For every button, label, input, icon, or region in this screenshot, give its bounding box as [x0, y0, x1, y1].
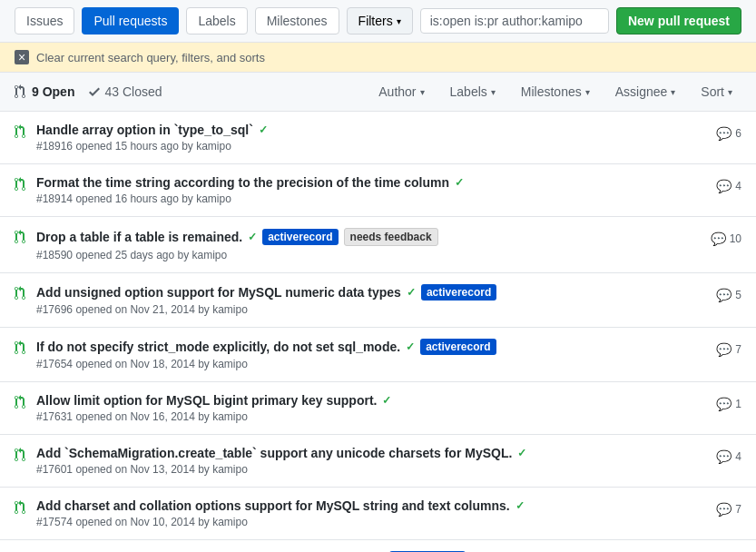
pr-open-icon — [15, 340, 27, 358]
pull-request-item: Add `SchemaMigration.create_table` suppo… — [0, 435, 756, 488]
ci-check-icon: ✓ — [382, 394, 391, 407]
pr-number: #17696 — [36, 303, 73, 316]
pr-content: Add unsigned option support for MySQL nu… — [36, 284, 707, 316]
pr-title-link[interactable]: Add charset and collation options suppor… — [36, 498, 510, 513]
pr-content: Allow limit option for MySQL bigint prim… — [36, 393, 707, 423]
search-input[interactable] — [420, 8, 609, 34]
pull-request-item: Add unsigned option support for MySQL nu… — [0, 273, 756, 328]
filters-label: Filters — [358, 14, 393, 28]
comment-count: 6 — [735, 127, 741, 140]
pr-meta: #17631 opened on Nov 16, 2014 by kamipo — [36, 410, 707, 423]
pr-number: #17631 — [36, 410, 73, 423]
tab-milestones[interactable]: Milestones — [255, 7, 339, 34]
comment-icon: 💬 — [716, 449, 731, 464]
comment-count: 1 — [735, 398, 741, 410]
pr-counts: 9 Open 43 Closed — [15, 84, 162, 99]
pull-request-item: Drop a table if a table is remained. ✓ a… — [0, 217, 756, 273]
pr-title-link[interactable]: Add `SchemaMigration.create_table` suppo… — [36, 446, 512, 460]
clear-search-text: Clear current search query, filters, and… — [36, 51, 265, 64]
pr-title-link[interactable]: Format the time string according to the … — [36, 175, 449, 190]
comment-count: 4 — [735, 450, 741, 463]
pr-comments[interactable]: 💬 10 — [711, 232, 741, 246]
pr-content: Handle array option in `type_to_sql` ✓ #… — [36, 123, 707, 153]
comment-count: 7 — [735, 343, 741, 356]
pr-open-icon — [15, 448, 27, 465]
pr-title-link[interactable]: Allow limit option for MySQL bigint prim… — [36, 393, 377, 408]
pr-comments[interactable]: 💬 4 — [716, 449, 741, 464]
label-needsfeedback[interactable]: needs feedback — [344, 228, 438, 246]
check-icon — [89, 84, 100, 99]
comment-icon: 💬 — [716, 397, 731, 411]
new-pull-request-button[interactable]: New pull request — [616, 7, 741, 34]
tab-issues[interactable]: Issues — [15, 7, 74, 34]
pr-comments[interactable]: 💬 1 — [716, 397, 741, 411]
pr-meta: #17574 opened on Nov 10, 2014 by kamipo — [36, 516, 707, 528]
pr-title-link[interactable]: Drop a table if a table is remained. — [36, 230, 242, 244]
assignee-caret-icon: ▾ — [671, 87, 675, 97]
author-filter-label: Author — [378, 84, 416, 99]
pr-comments[interactable]: 💬 7 — [716, 342, 741, 357]
pr-comments[interactable]: 💬 6 — [716, 126, 741, 141]
pr-title: Format the time string according to the … — [36, 175, 707, 190]
pr-meta-text: opened 15 hours ago by kamipo — [75, 140, 231, 153]
ci-check-icon: ✓ — [407, 286, 416, 299]
list-subheader: 9 Open 43 Closed Author ▾ Labels ▾ Miles… — [0, 73, 756, 112]
pull-request-item: Format the time string according to the … — [0, 164, 756, 217]
pull-request-list: Handle array option in `type_to_sql` ✓ #… — [0, 112, 756, 552]
milestones-filter[interactable]: Milestones ▾ — [512, 80, 599, 104]
pr-meta: #17696 opened on Nov 21, 2014 by kamipo — [36, 303, 707, 316]
pr-open-icon — [15, 500, 27, 518]
author-filter[interactable]: Author ▾ — [369, 80, 433, 104]
pr-number: #18914 — [36, 192, 73, 205]
label-activerecord[interactable]: activerecord — [420, 339, 496, 355]
sort-filter-label: Sort — [701, 84, 724, 99]
assignee-filter[interactable]: Assignee ▾ — [606, 80, 685, 104]
sort-filter[interactable]: Sort ▾ — [692, 80, 741, 104]
pr-meta: #18590 opened 25 days ago by kamipo — [36, 249, 702, 261]
closed-count[interactable]: 43 Closed — [89, 84, 162, 99]
labels-filter[interactable]: Labels ▾ — [441, 80, 505, 104]
assignee-filter-label: Assignee — [615, 84, 668, 99]
pr-meta: #18916 opened 15 hours ago by kamipo — [36, 140, 707, 153]
pr-comments[interactable]: 💬 4 — [716, 179, 741, 193]
label-activerecord[interactable]: activerecord — [421, 284, 496, 301]
comment-icon: 💬 — [716, 342, 731, 357]
pr-number: #18916 — [36, 140, 73, 153]
comment-count: 5 — [735, 289, 741, 301]
pr-meta-text: opened on Nov 10, 2014 by kamipo — [75, 516, 247, 528]
pr-content: Format the time string according to the … — [36, 175, 707, 205]
pr-open-icon — [15, 395, 27, 412]
filters-button[interactable]: Filters ▾ — [347, 7, 413, 34]
pr-open-icon — [15, 124, 27, 142]
pr-meta-text: opened on Nov 18, 2014 by kamipo — [75, 358, 247, 370]
pr-title-link[interactable]: Add unsigned option support for MySQL nu… — [36, 285, 401, 300]
open-count-label: 9 Open — [32, 84, 74, 99]
tab-labels[interactable]: Labels — [186, 7, 247, 34]
ci-check-icon: ✓ — [406, 340, 415, 353]
comment-icon: 💬 — [716, 179, 731, 193]
pull-request-item: Add SchemaDumper support table_options f… — [0, 540, 756, 552]
pr-title: Add charset and collation options suppor… — [36, 498, 707, 513]
pr-open-icon — [15, 177, 27, 194]
comment-icon: 💬 — [716, 288, 731, 302]
pr-meta: #17654 opened on Nov 18, 2014 by kamipo — [36, 358, 707, 370]
pr-meta-text: opened on Nov 16, 2014 by kamipo — [75, 410, 247, 423]
ci-check-icon: ✓ — [517, 447, 526, 459]
label-activerecord[interactable]: activerecord — [262, 229, 338, 245]
pr-comments[interactable]: 💬 5 — [716, 288, 741, 302]
pr-title-link[interactable]: If do not specify strict_mode explicitly… — [36, 340, 400, 354]
tab-pull-requests[interactable]: Pull requests — [82, 7, 179, 34]
pr-meta: #17601 opened on Nov 13, 2014 by kamipo — [36, 463, 707, 476]
pull-request-open-icon — [15, 84, 27, 99]
pr-title-link[interactable]: Handle array option in `type_to_sql` — [36, 123, 253, 137]
clear-icon[interactable] — [15, 50, 29, 64]
open-count[interactable]: 9 Open — [15, 84, 74, 99]
author-caret-icon: ▾ — [420, 87, 425, 97]
pr-comments[interactable]: 💬 7 — [716, 502, 741, 517]
pr-title: Allow limit option for MySQL bigint prim… — [36, 393, 707, 408]
pr-meta-text: opened on Nov 21, 2014 by kamipo — [75, 303, 247, 316]
pr-title: If do not specify strict_mode explicitly… — [36, 339, 707, 355]
pr-title: Handle array option in `type_to_sql` ✓ — [36, 123, 707, 137]
ci-check-icon: ✓ — [455, 176, 464, 189]
comment-count: 7 — [735, 503, 741, 516]
